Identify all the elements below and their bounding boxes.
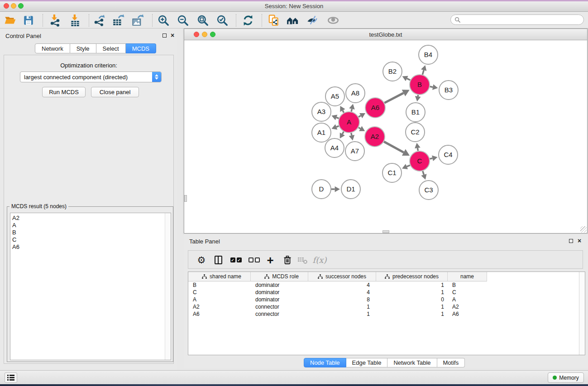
search-field[interactable] xyxy=(450,14,584,25)
graph-node-C4[interactable]: C4 xyxy=(439,145,458,164)
mcds-result-list[interactable]: A2 A B C A6 xyxy=(10,213,171,360)
criterion-dropdown[interactable]: largest connected component (directed) xyxy=(20,71,162,82)
show-all-networks-icon[interactable] xyxy=(285,12,301,29)
scrollbar-track[interactable] xyxy=(165,213,171,360)
resize-grip[interactable] xyxy=(580,226,587,233)
import-table-icon[interactable] xyxy=(67,12,83,29)
graph-node-A3[interactable]: A3 xyxy=(312,102,331,121)
graph-node-A7[interactable]: A7 xyxy=(345,142,364,161)
graph-edge-C-C3[interactable] xyxy=(423,171,424,175)
column-visibility-icon[interactable] xyxy=(210,251,226,269)
network-window-titlebar[interactable]: testGlobe.txt xyxy=(184,29,587,40)
graph-node-C[interactable]: C xyxy=(410,151,430,171)
graph-edge-A-A2[interactable] xyxy=(359,128,360,129)
tab-node-table[interactable]: Node Table xyxy=(304,358,346,367)
graph-edge-B-B4[interactable] xyxy=(422,70,424,75)
show-graphics-details-icon[interactable] xyxy=(325,12,341,29)
tab-mcds[interactable]: MCDS xyxy=(126,43,156,53)
column-header-successor-nodes[interactable]: successor nodes xyxy=(308,272,376,281)
tab-motifs[interactable]: Motifs xyxy=(437,358,465,367)
run-mcds-button[interactable]: Run MCDS xyxy=(42,87,86,97)
zoom-selected-icon[interactable] xyxy=(214,12,230,29)
table-row[interactable]: B dominator 4 1 B xyxy=(188,281,578,289)
function-builder-icon[interactable]: f(x) xyxy=(311,251,328,269)
add-column-icon[interactable]: + xyxy=(262,251,278,269)
tab-network[interactable]: Network xyxy=(35,43,70,53)
graph-edge-C-C2[interactable] xyxy=(417,148,418,151)
table-row[interactable]: A6 connector 1 1 A6 xyxy=(188,310,578,318)
import-network-icon[interactable] xyxy=(47,12,63,29)
graph-node-B2[interactable]: B2 xyxy=(383,62,402,81)
refresh-icon[interactable] xyxy=(240,12,256,29)
close-panel-icon[interactable]: × xyxy=(578,237,581,245)
graph-node-A6[interactable]: A6 xyxy=(365,98,385,118)
graph-edge-A-A3[interactable] xyxy=(336,117,339,118)
open-session-icon[interactable] xyxy=(2,12,19,29)
zoom-fit-icon[interactable] xyxy=(195,12,211,29)
graph-node-A8[interactable]: A8 xyxy=(346,84,365,103)
zoom-out-icon[interactable] xyxy=(175,12,191,29)
graph-edge-B-B3[interactable] xyxy=(430,86,433,87)
list-item[interactable]: C xyxy=(12,236,171,243)
graph-edge-A-A8[interactable] xyxy=(351,109,352,112)
list-item[interactable]: A2 xyxy=(12,214,171,222)
window-edge-grip[interactable] xyxy=(382,230,389,233)
tab-edge-table[interactable]: Edge Table xyxy=(346,358,388,367)
graph-edge-C-C4[interactable] xyxy=(430,158,432,159)
tab-style[interactable]: Style xyxy=(70,43,96,53)
graph-node-A2[interactable]: A2 xyxy=(365,127,385,147)
delete-table-icon[interactable] xyxy=(294,251,311,269)
graph-node-A5[interactable]: A5 xyxy=(325,87,344,106)
task-history-button[interactable] xyxy=(5,372,17,383)
column-header-predecessor-nodes[interactable]: predecessor nodes xyxy=(376,272,448,281)
export-image-icon[interactable] xyxy=(129,12,146,29)
graph-edge-A-A7[interactable] xyxy=(351,133,352,136)
list-item[interactable]: A6 xyxy=(12,243,171,251)
graph-edge-C-C1[interactable] xyxy=(407,165,410,167)
graph-edge-A2-C[interactable] xyxy=(384,142,404,152)
tab-network-table[interactable]: Network Table xyxy=(387,358,437,367)
window-edge-grip[interactable] xyxy=(184,195,187,202)
graph-node-C1[interactable]: C1 xyxy=(382,163,402,182)
tab-select[interactable]: Select xyxy=(96,43,126,53)
float-panel-icon[interactable] xyxy=(569,239,573,243)
search-input[interactable] xyxy=(463,17,583,23)
graph-node-D[interactable]: D xyxy=(312,180,331,199)
graph-edge-A-A4[interactable] xyxy=(342,132,344,134)
graph-edge-A6-B[interactable] xyxy=(384,93,403,103)
network-canvas[interactable]: B4B2BB3A8A5A6B1A3AA1C2A2A4A7C4CC1C3DD1 xyxy=(184,40,587,233)
export-network-icon[interactable] xyxy=(91,12,107,29)
graph-node-C2[interactable]: C2 xyxy=(406,123,425,142)
list-item[interactable]: B xyxy=(12,229,171,236)
column-header-mcds-role[interactable]: MCDS role xyxy=(251,272,308,281)
table-settings-icon[interactable]: ⚙ xyxy=(193,251,210,269)
memory-button[interactable]: Memory xyxy=(548,372,584,383)
list-item[interactable]: A xyxy=(12,222,171,229)
graph-node-B1[interactable]: B1 xyxy=(406,103,425,122)
graph-node-B4[interactable]: B4 xyxy=(419,45,438,64)
network-graph[interactable]: B4B2BB3A8A5A6B1A3AA1C2A2A4A7C4CC1C3DD1 xyxy=(184,40,587,233)
graph-node-B[interactable]: B xyxy=(410,75,430,95)
column-header-shared-name[interactable]: shared name xyxy=(188,272,251,281)
copy-network-icon[interactable] xyxy=(266,12,282,29)
graph-edge-A-A1[interactable] xyxy=(336,126,339,127)
graph-edge-A-A5[interactable] xyxy=(343,110,344,113)
table-row[interactable]: A2 connector 1 1 A2 xyxy=(188,303,578,310)
graph-node-A4[interactable]: A4 xyxy=(325,138,344,157)
zoom-in-icon[interactable] xyxy=(155,12,172,29)
scrollbar-track[interactable] xyxy=(579,272,585,355)
select-all-columns-icon[interactable]: ✓✓ xyxy=(228,251,244,269)
graph-node-B3[interactable]: B3 xyxy=(439,81,458,100)
graph-edge-A-A6[interactable] xyxy=(359,116,361,117)
table-row[interactable]: A dominator 8 0 A xyxy=(188,296,578,303)
graph-node-D1[interactable]: D1 xyxy=(341,180,360,199)
delete-column-icon[interactable] xyxy=(279,251,296,269)
table-row[interactable]: C dominator 4 1 C xyxy=(188,289,578,296)
export-table-icon[interactable] xyxy=(110,12,126,29)
graph-edge-B-B2[interactable] xyxy=(407,78,410,80)
close-panel-button[interactable]: Close panel xyxy=(91,87,139,97)
close-panel-icon[interactable]: × xyxy=(171,31,174,39)
graph-node-A1[interactable]: A1 xyxy=(312,123,331,142)
float-panel-icon[interactable] xyxy=(163,33,167,38)
graph-node-A[interactable]: A xyxy=(339,112,359,133)
